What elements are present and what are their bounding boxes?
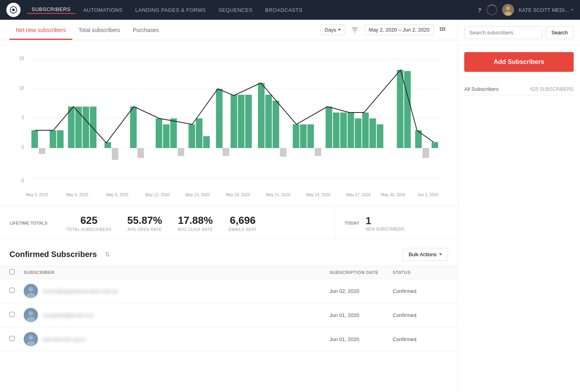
svg-rect-35 (188, 124, 195, 148)
svg-rect-31 (156, 118, 162, 148)
svg-rect-41 (238, 95, 245, 148)
subscribers-table: Confirmed Subscribers ⇅ Bulk Actions SUB… (0, 240, 458, 351)
svg-rect-43 (258, 83, 265, 148)
row-2-email[interactable]: marypiete@gmail.com (43, 312, 330, 318)
table-row: marypiete@gmail.com Jun 01, 2020 Confirm… (0, 303, 458, 327)
nav-item-subscribers[interactable]: SUBSCRIBERS (27, 6, 75, 14)
svg-rect-7 (444, 27, 445, 29)
filter-button[interactable] (348, 24, 361, 36)
row-2-date: Jun 01, 2020 (330, 312, 393, 318)
navigation: SUBSCRIBERS AUTOMATIONS LANDING PAGES & … (0, 0, 580, 20)
chart-container: 15 10 5 0 -5 (9, 48, 448, 198)
svg-rect-23 (68, 107, 75, 148)
row-1-avatar (24, 284, 38, 298)
row-1-status: Confirmed (393, 288, 448, 294)
svg-text:May 18, 2020: May 18, 2020 (226, 192, 250, 197)
total-subscribers-label: TOTAL SUBSCRIBERS (66, 227, 111, 232)
avg-click-rate-value: 17.88% (178, 214, 213, 227)
table-row: tommy@applededucation.edu.au Jun 02, 202… (0, 279, 458, 303)
avg-click-rate-stat: 17.88% AVG CLICK RATE (178, 214, 213, 232)
svg-rect-5 (440, 27, 441, 29)
tab-total-subscribers[interactable]: Total subscribers (72, 20, 126, 40)
svg-rect-57 (369, 118, 376, 148)
all-subscribers-row: All Subscribers 625 SUBSCRIBERS (464, 83, 574, 96)
row-checkbox-2 (9, 312, 24, 318)
today-stats: TODAY 1 NEW SUBSCRIBERS (335, 207, 458, 239)
lifetime-stats: LIFETIME TOTALS 625 TOTAL SUBSCRIBERS 55… (0, 206, 335, 240)
date-range-value: May 2, 2020 – Jun 2, 2020 (369, 27, 429, 33)
add-subscribers-button[interactable]: Add Subscribers (464, 52, 574, 72)
nav-item-landing-pages[interactable]: LANDING PAGES & FORMS (130, 7, 211, 13)
user-name: KATE SCOTT MEDI... (519, 7, 569, 13)
search-input[interactable] (464, 26, 542, 39)
svg-rect-36 (196, 118, 203, 148)
user-menu[interactable]: KATE SCOTT MEDI... (519, 7, 574, 13)
svg-text:May 6, 2020: May 6, 2020 (66, 192, 88, 197)
row-3-date: Jun 01, 2020 (330, 336, 393, 342)
row-checkbox-3 (9, 336, 24, 342)
subscriber-col-header: SUBSCRIBER (24, 270, 330, 275)
today-sub-label: NEW SUBSCRIBERS (365, 227, 404, 231)
svg-rect-40 (231, 95, 237, 148)
avg-open-rate-value: 55.87% (127, 214, 162, 227)
avatar[interactable] (502, 4, 514, 16)
row-3-email[interactable]: team@sushi.org.in (43, 336, 330, 342)
row-3-checkbox[interactable] (9, 336, 15, 341)
bar (32, 130, 38, 148)
nav-item-broadcasts[interactable]: BROADCASTS (260, 7, 307, 13)
svg-rect-52 (333, 113, 340, 148)
row-2-checkbox[interactable] (9, 312, 15, 317)
svg-rect-58 (377, 124, 384, 148)
svg-rect-38 (216, 89, 223, 148)
svg-rect-25 (83, 107, 89, 148)
total-subscribers-value: 625 (66, 214, 111, 227)
help-button[interactable]: ? (478, 7, 481, 13)
stats-row: LIFETIME TOTALS 625 TOTAL SUBSCRIBERS 55… (0, 206, 458, 240)
table-row: team@sushi.org.in Jun 01, 2020 Confirmed (0, 327, 458, 351)
svg-text:5: 5 (22, 115, 24, 120)
sort-icon[interactable]: ⇅ (105, 251, 110, 258)
svg-text:May 9, 2020: May 9, 2020 (106, 192, 128, 197)
row-2-status: Confirmed (393, 312, 448, 318)
date-menu-button[interactable] (437, 24, 448, 36)
nav-item-automations[interactable]: AUTOMATIONS (79, 7, 128, 13)
svg-rect-28 (112, 148, 119, 160)
svg-rect-34 (178, 148, 185, 156)
svg-rect-46 (280, 148, 287, 157)
left-panel: Net new subscribers Total subscribers Pu… (0, 20, 458, 392)
tab-net-new-subscribers[interactable]: Net new subscribers (9, 20, 72, 40)
all-subscribers-label: All Subscribers (464, 86, 499, 92)
svg-rect-26 (90, 107, 97, 148)
svg-rect-9 (442, 29, 443, 31)
bulk-actions-button[interactable]: Bulk Actions (403, 248, 448, 261)
svg-rect-55 (355, 118, 362, 148)
check-all-col (9, 269, 24, 276)
tabs-controls: Days May 2, 2020 – Jun 2, 2020 (320, 24, 448, 36)
svg-rect-10 (444, 29, 445, 31)
svg-rect-42 (245, 95, 252, 148)
svg-rect-22 (57, 130, 64, 148)
row-1-email[interactable]: tommy@applededucation.edu.au (43, 288, 330, 294)
svg-rect-39 (222, 148, 229, 156)
date-range-picker[interactable]: May 2, 2020 – Jun 2, 2020 (364, 24, 434, 35)
search-section: Search (458, 20, 580, 46)
tab-purchases[interactable]: Purchases (126, 20, 165, 40)
svg-rect-6 (442, 27, 443, 29)
select-all-checkbox[interactable] (9, 269, 15, 274)
svg-text:May 27, 2020: May 27, 2020 (346, 192, 371, 197)
svg-rect-44 (266, 95, 272, 148)
days-dropdown[interactable]: Days (320, 24, 345, 35)
search-button[interactable]: Search (546, 26, 574, 39)
total-subscribers-stat: 625 TOTAL SUBSCRIBERS (66, 214, 111, 232)
row-1-checkbox[interactable] (9, 288, 15, 293)
svg-text:0: 0 (22, 145, 24, 150)
bulk-actions-label: Bulk Actions (409, 251, 437, 257)
svg-text:Jun 2, 2020: Jun 2, 2020 (418, 192, 439, 197)
tabs-bar: Net new subscribers Total subscribers Pu… (0, 20, 458, 40)
avg-open-rate-label: AVG OPEN RATE (127, 227, 162, 232)
svg-rect-59 (397, 70, 404, 148)
nav-item-sequences[interactable]: SEQUENCES (214, 7, 257, 13)
logo[interactable] (6, 3, 21, 17)
svg-point-76 (28, 287, 33, 292)
avg-open-rate-stat: 55.87% AVG OPEN RATE (127, 214, 162, 232)
